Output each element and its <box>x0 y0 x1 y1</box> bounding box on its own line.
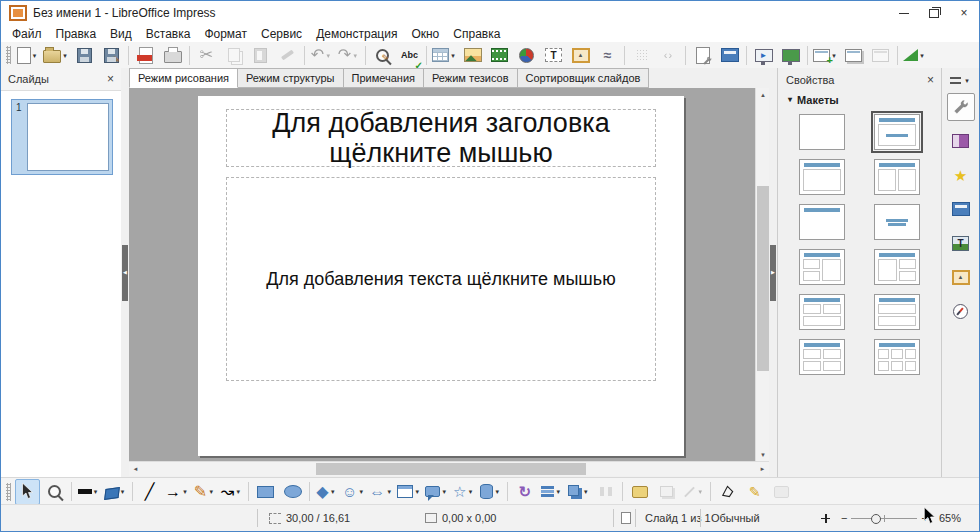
open-dropdown[interactable]: ▾ <box>61 52 69 59</box>
new-document-button[interactable]: ▾ <box>15 42 40 68</box>
tab-notes-view[interactable]: Примечания <box>344 68 425 88</box>
scroll-down-arrow[interactable]: ▼ <box>756 448 770 461</box>
insert-line-button[interactable]: ╱ <box>137 479 162 505</box>
spelling-button[interactable]: Abc✓ <box>397 42 422 68</box>
insert-image-button[interactable] <box>460 42 485 68</box>
close-button[interactable]: × <box>949 1 979 25</box>
save-as-button[interactable]: ✎ <box>99 42 124 68</box>
layout-title-only[interactable] <box>799 204 845 240</box>
tab-master-slides[interactable] <box>947 195 975 223</box>
zoom-out-button[interactable]: − <box>841 513 847 524</box>
right-panel-splitter[interactable]: ▶ <box>769 68 777 477</box>
zoom-level-field[interactable]: 65% <box>939 505 961 531</box>
layout-title-content-full[interactable] <box>799 159 845 195</box>
tab-animation[interactable]: ★ <box>947 161 975 189</box>
slide-properties-button[interactable] <box>690 42 715 68</box>
callouts-dropdown[interactable]: ▾ <box>440 488 448 495</box>
layout-blank[interactable] <box>799 114 845 150</box>
3d-objects-dropdown[interactable]: ▾ <box>493 488 501 495</box>
print-button[interactable] <box>160 42 185 68</box>
symbol-shapes-button[interactable]: ☺▾ <box>341 479 366 505</box>
basic-shapes-dropdown[interactable]: ▾ <box>329 488 337 495</box>
open-button[interactable]: ▾ <box>42 42 70 68</box>
left-panel-splitter[interactable]: ◀ <box>121 68 129 477</box>
layout-content-over-content[interactable] <box>874 294 920 330</box>
menu-window[interactable]: Окно <box>404 26 446 42</box>
curve-tool-button[interactable]: ✎▾ <box>192 479 217 505</box>
menu-slideshow[interactable]: Демонстрация <box>309 26 404 42</box>
flowchart-button[interactable]: ▾ <box>396 479 422 505</box>
layout-two-content-content[interactable] <box>799 249 845 285</box>
tab-properties[interactable] <box>947 93 975 121</box>
glue-points-button[interactable]: ✎ <box>742 479 767 505</box>
line-style-button[interactable]: ▾ <box>76 479 101 505</box>
symbol-shapes-dropdown[interactable]: ▾ <box>357 488 365 495</box>
scroll-up-arrow[interactable]: ▲ <box>756 88 770 101</box>
align-dropdown[interactable]: ▾ <box>554 488 562 495</box>
collapse-right-handle[interactable]: ▶ <box>770 245 776 301</box>
horizontal-scrollbar[interactable]: ◄ ► <box>129 461 769 476</box>
layout-centered-text[interactable] <box>874 204 920 240</box>
minimize-button[interactable] <box>889 1 919 25</box>
restore-button[interactable] <box>919 1 949 25</box>
menu-insert[interactable]: Вставка <box>139 26 198 42</box>
menu-help[interactable]: Справка <box>446 26 507 42</box>
find-replace-button[interactable]: ✎ <box>370 42 395 68</box>
collapse-left-handle[interactable]: ◀ <box>122 245 128 301</box>
toolbar-grip[interactable] <box>6 483 11 501</box>
show-draw-functions-button[interactable]: ▾ <box>902 42 927 68</box>
properties-panel-close-icon[interactable]: × <box>927 74 934 86</box>
slides-panel-close-icon[interactable]: × <box>107 73 114 85</box>
block-arrows-dropdown[interactable]: ▾ <box>385 488 393 495</box>
arrows-dropdown[interactable]: ▾ <box>181 488 189 495</box>
header-footer-button[interactable]: ▲ <box>568 42 593 68</box>
line-style-dropdown[interactable]: ▾ <box>92 488 100 495</box>
layout-four-content[interactable] <box>799 339 845 375</box>
tab-shapes[interactable]: ▲ <box>947 263 975 291</box>
arrange-dropdown[interactable]: ▾ <box>582 488 590 495</box>
ellipse-tool-button[interactable] <box>280 479 305 505</box>
rotate-button[interactable]: ↻ <box>512 479 537 505</box>
export-pdf-button[interactable] <box>133 42 158 68</box>
insert-textbox-drawing-button[interactable] <box>627 479 652 505</box>
new-slide-button[interactable]: +▾ <box>812 42 839 68</box>
start-from-first-slide-button[interactable]: ► <box>751 42 776 68</box>
insert-text-box-button[interactable]: T <box>541 42 566 68</box>
flowchart-dropdown[interactable]: ▾ <box>413 488 421 495</box>
horizontal-scroll-thumb[interactable] <box>316 463 586 475</box>
tab-slide-transition[interactable] <box>947 127 975 155</box>
content-placeholder[interactable]: Для добавления текста щёлкните мышью <box>226 177 656 381</box>
fill-color-button[interactable]: ▾ <box>103 479 128 505</box>
callouts-button[interactable]: ▾ <box>424 479 449 505</box>
arrange-button[interactable]: ▾ <box>566 479 591 505</box>
insert-table-button[interactable]: ▾ <box>431 42 458 68</box>
layouts-section-header[interactable]: ▾ Макеты <box>778 92 942 114</box>
sidebar-menu-button[interactable]: ▾ <box>950 70 971 90</box>
stars-button[interactable]: ☆▾ <box>451 479 476 505</box>
save-button[interactable] <box>72 42 97 68</box>
scroll-right-arrow[interactable]: ► <box>756 462 769 476</box>
vertical-scrollbar[interactable]: ▲ ▼ <box>755 88 770 461</box>
master-slide-button[interactable] <box>717 42 742 68</box>
menu-view[interactable]: Вид <box>103 26 139 42</box>
edit-points-button[interactable] <box>715 479 740 505</box>
tab-slide-sorter-view[interactable]: Сортировщик слайдов <box>518 68 650 88</box>
select-tool-button[interactable] <box>15 479 40 505</box>
slide-canvas[interactable]: Для добавления заголовка щёлкните мышью … <box>129 88 755 461</box>
tab-handout-view[interactable]: Режим тезисов <box>424 68 518 88</box>
fontwork-button[interactable]: ≈ <box>595 42 620 68</box>
fill-color-dropdown[interactable]: ▾ <box>119 488 127 495</box>
tab-gallery[interactable]: T <box>947 229 975 257</box>
layout-title-two-content[interactable] <box>874 159 920 195</box>
tab-navigator[interactable] <box>947 297 975 325</box>
layout-two-content-over-content[interactable] <box>799 294 845 330</box>
zoom-slider[interactable] <box>851 518 917 519</box>
block-arrows-button[interactable]: ⇔▾ <box>368 479 394 505</box>
draw-functions-dropdown[interactable]: ▾ <box>918 52 926 59</box>
tab-normal-view[interactable]: Режим рисования <box>129 68 238 88</box>
vertical-scroll-thumb[interactable] <box>757 186 769 371</box>
lines-and-arrows-button[interactable]: →▾ <box>164 479 190 505</box>
layout-content-two-content[interactable] <box>874 249 920 285</box>
duplicate-slide-button[interactable] <box>841 42 866 68</box>
zoom-tool-button[interactable] <box>42 479 67 505</box>
